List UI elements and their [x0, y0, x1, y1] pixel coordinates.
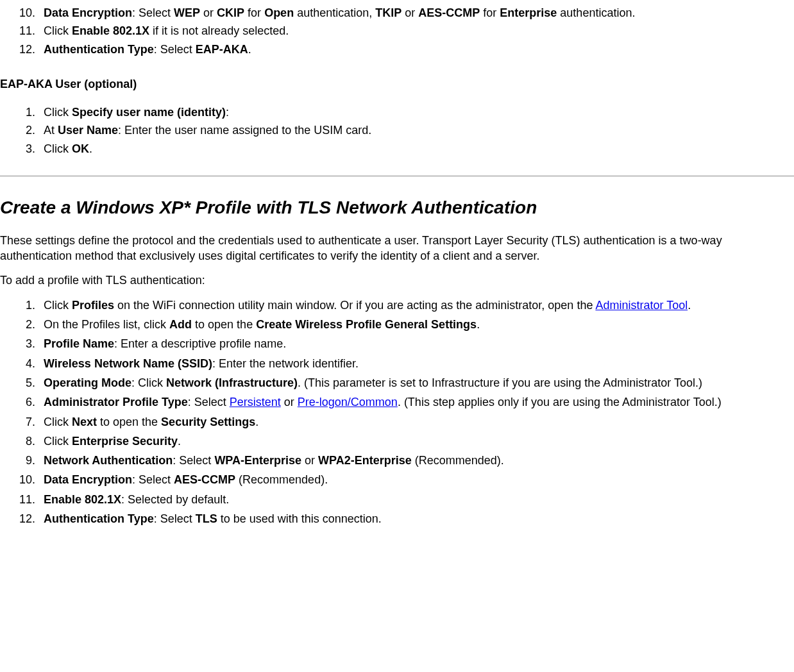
text: : Select [154, 512, 196, 525]
text: : [226, 106, 229, 119]
list-item: Click Enable 802.1X if it is not already… [38, 23, 794, 38]
list-item: Click Profiles on the WiFi connection ut… [38, 298, 794, 313]
bold-text: Next [72, 416, 97, 428]
text: : Select [173, 454, 214, 467]
bold-text: Operating Mode [44, 376, 131, 389]
bold-text: TKIP [375, 6, 401, 19]
text: or [401, 6, 418, 19]
bold-text: Network Authentication [44, 454, 173, 467]
bold-text: Data Encryption [44, 6, 132, 19]
text: or [281, 396, 298, 408]
text: : Select [188, 396, 230, 408]
text: . [477, 318, 480, 331]
text: Click [44, 416, 72, 428]
text: : Click [131, 376, 166, 389]
text: or [200, 6, 217, 19]
data-encryption-list: Data Encryption: Select WEP or CKIP for … [0, 5, 794, 57]
text: (Recommended). [412, 454, 504, 467]
list-item: Operating Mode: Click Network (Infrastru… [38, 375, 794, 391]
tls-steps-list: Click Profiles on the WiFi connection ut… [0, 298, 794, 527]
bold-text: Security Settings [161, 416, 255, 428]
list-item: Click Enterprise Security. [38, 433, 794, 449]
bold-text: Open [264, 6, 294, 19]
list-item: On the Profiles list, click Add to open … [38, 317, 794, 332]
text: to be used with this connection. [217, 512, 382, 525]
bold-text: Enterprise Security [72, 435, 178, 448]
administrator-tool-link[interactable]: Administrator Tool [595, 299, 688, 312]
text: authentication. [557, 6, 635, 19]
bold-text: EAP-AKA [196, 43, 248, 56]
persistent-link[interactable]: Persistent [230, 396, 281, 408]
text: . (This step applies only if you are usi… [398, 396, 722, 408]
text: . [178, 435, 181, 448]
bold-text: Enterprise [500, 6, 557, 19]
list-item: Wireless Network Name (SSID): Enter the … [38, 356, 794, 371]
text: On the Profiles list, click [44, 318, 169, 331]
bold-text: Wireless Network Name (SSID) [44, 357, 212, 370]
list-item: Administrator Profile Type: Select Persi… [38, 394, 794, 410]
text: . [248, 43, 251, 56]
list-item: Data Encryption: Select AES-CCMP (Recomm… [38, 472, 794, 487]
text: (Recommended). [235, 473, 328, 486]
bold-text: WEP [174, 6, 200, 19]
text: Click [44, 24, 72, 37]
bold-text: Enable 802.1X [72, 24, 149, 37]
text: : Selected by default. [121, 493, 229, 506]
text: . [688, 299, 691, 312]
list-item: Data Encryption: Select WEP or CKIP for … [38, 5, 794, 21]
bold-text: Authentication Type [44, 43, 154, 56]
text: : Enter a descriptive profile name. [114, 337, 286, 350]
bold-text: AES-CCMP [174, 473, 235, 486]
bold-text: TLS [196, 512, 217, 525]
text: : Select [132, 473, 174, 486]
bold-text: WPA-Enterprise [214, 454, 301, 467]
bold-text: Network (Infrastructure) [166, 376, 298, 389]
bold-text: AES-CCMP [418, 6, 480, 19]
tls-intro-paragraph: To add a profile with TLS authentication… [0, 273, 794, 288]
text: Click [44, 299, 72, 312]
text: : Enter the network identifier. [212, 357, 359, 370]
text: authentication, [294, 6, 375, 19]
bold-text: Add [169, 318, 192, 331]
text: if it is not already selected. [149, 24, 289, 37]
text: for [480, 6, 500, 19]
text: : Select [132, 6, 174, 19]
text: : Select [154, 43, 196, 56]
bold-text: Data Encryption [44, 473, 132, 486]
bold-text: User Name [58, 124, 118, 137]
text: Click [44, 106, 72, 119]
bold-text: OK [72, 142, 89, 155]
bold-text: Administrator Profile Type [44, 396, 188, 408]
text: At [44, 124, 58, 137]
list-item: Click OK. [38, 141, 794, 156]
bold-text: Authentication Type [44, 512, 154, 525]
text: . (This parameter is set to Infrastructu… [298, 376, 702, 389]
text: . [89, 142, 92, 155]
text: to open the [192, 318, 256, 331]
list-item: Authentication Type: Select EAP-AKA. [38, 42, 794, 57]
bold-text: WPA2-Enterprise [318, 454, 412, 467]
text: on the WiFi connection utility main wind… [114, 299, 595, 312]
list-item: At User Name: Enter the user name assign… [38, 122, 794, 138]
text: or [301, 454, 318, 467]
tls-description-paragraph: These settings define the protocol and t… [0, 233, 794, 264]
eap-aka-heading: EAP-AKA User (optional) [0, 76, 794, 92]
tls-heading: Create a Windows XP* Profile with TLS Ne… [0, 196, 794, 220]
bold-text: Profile Name [44, 337, 114, 350]
bold-text: Create Wireless Profile General Settings [256, 318, 477, 331]
text: to open the [97, 416, 161, 428]
text: for [244, 6, 264, 19]
list-item: Profile Name: Enter a descriptive profil… [38, 336, 794, 351]
list-item: Enable 802.1X: Selected by default. [38, 492, 794, 507]
text: Click [44, 142, 72, 155]
prelogon-common-link[interactable]: Pre-logon/Common [298, 396, 398, 408]
bold-text: Specify user name (identity) [72, 106, 226, 119]
list-item: Click Specify user name (identity): [38, 105, 794, 120]
section-divider [0, 176, 794, 176]
list-item: Authentication Type: Select TLS to be us… [38, 511, 794, 526]
list-item: Network Authentication: Select WPA-Enter… [38, 453, 794, 468]
bold-text: CKIP [217, 6, 244, 19]
text: Click [44, 435, 72, 448]
bold-text: Profiles [72, 299, 114, 312]
list-item: Click Next to open the Security Settings… [38, 414, 794, 430]
